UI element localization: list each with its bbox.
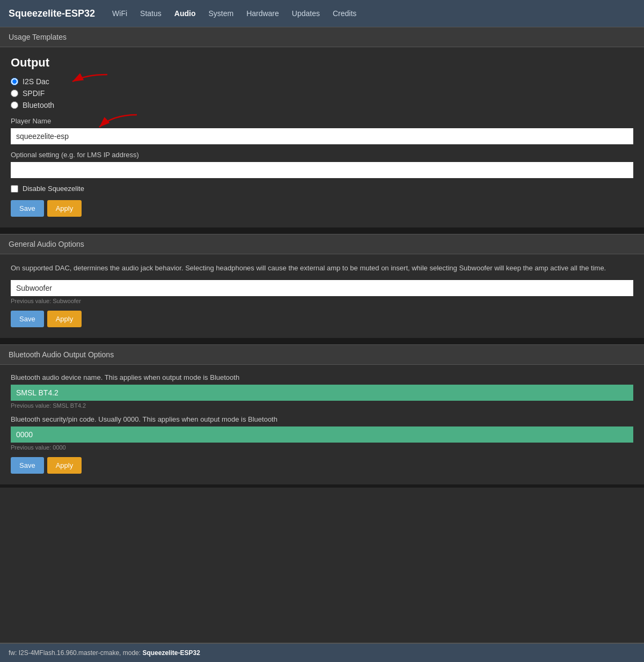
- nav-audio[interactable]: Audio: [173, 7, 197, 20]
- footer-mode-label: mode:: [123, 649, 143, 657]
- output-radio-group: I2S Dac SPDIF Bluetooth: [11, 77, 633, 109]
- output-save-button[interactable]: Save: [11, 200, 44, 217]
- app-brand: Squeezelite-ESP32: [9, 8, 95, 19]
- radio-spdif[interactable]: SPDIF: [11, 89, 633, 98]
- player-name-group: Player Name: [11, 117, 633, 144]
- radio-i2s-label: I2S Dac: [23, 77, 49, 86]
- main-content: Output I2S Dac SPDIF: [0, 47, 644, 643]
- disable-squeezelite-checkbox[interactable]: [11, 185, 18, 193]
- bt-pin-group: Bluetooth security/pin code. Usually 000…: [11, 415, 633, 451]
- output-button-group: Save Apply: [11, 200, 633, 217]
- player-name-wrapper: [11, 128, 633, 144]
- jack-behavior-previous: Previous value: Subwoofer: [11, 298, 633, 304]
- general-audio-label: General Audio Options: [9, 240, 84, 248]
- nav-hardware[interactable]: Hardware: [245, 7, 280, 20]
- optional-setting-input[interactable]: [11, 162, 633, 178]
- optional-setting-group: Optional setting (e.g. for LMS IP addres…: [11, 151, 633, 178]
- general-audio-apply-button[interactable]: Apply: [47, 311, 82, 327]
- radio-bluetooth-label: Bluetooth: [23, 101, 54, 109]
- bt-device-name-label: Bluetooth audio device name. This applie…: [11, 373, 633, 381]
- nav-credits[interactable]: Credits: [332, 7, 357, 20]
- nav-system[interactable]: System: [207, 7, 235, 20]
- disable-squeezelite-group: Disable Squeezelite: [11, 185, 633, 193]
- footer-fw-value: I2S-4MFlash.16.960.master-cmake,: [19, 649, 123, 657]
- player-name-label: Player Name: [11, 117, 633, 125]
- radio-spdif-input[interactable]: [11, 90, 18, 97]
- usage-templates-header: Usage Templates: [0, 27, 644, 47]
- general-audio-description: On supported DAC, determines the audio j…: [11, 263, 633, 274]
- bt-device-name-previous: Previous value: SMSL BT4.2: [11, 402, 633, 409]
- bluetooth-audio-label: Bluetooth Audio Output Options: [9, 350, 114, 359]
- nav-updates[interactable]: Updates: [291, 7, 321, 20]
- bluetooth-button-group: Save Apply: [11, 457, 633, 474]
- disable-squeezelite-label: Disable Squeezelite: [23, 185, 84, 193]
- radio-i2s[interactable]: I2S Dac: [11, 77, 633, 86]
- output-card: Output I2S Dac SPDIF: [0, 47, 644, 231]
- optional-setting-label: Optional setting (e.g. for LMS IP addres…: [11, 151, 633, 159]
- radio-bluetooth-input[interactable]: [11, 101, 18, 109]
- bluetooth-audio-header: Bluetooth Audio Output Options: [0, 344, 644, 365]
- bt-pin-label: Bluetooth security/pin code. Usually 000…: [11, 415, 633, 423]
- bt-device-name-input[interactable]: [11, 385, 633, 401]
- jack-behavior-group: Previous value: Subwoofer: [11, 280, 633, 304]
- general-audio-header: General Audio Options: [0, 234, 644, 254]
- output-title: Output: [11, 56, 633, 70]
- bt-pin-previous: Previous value: 0000: [11, 444, 633, 451]
- radio-i2s-input[interactable]: [11, 78, 18, 85]
- footer-mode-value: Squeezelite-ESP32: [142, 649, 200, 657]
- footer: fw: I2S-4MFlash.16.960.master-cmake, mod…: [0, 643, 644, 662]
- jack-behavior-input[interactable]: [11, 280, 633, 296]
- nav-wifi[interactable]: WiFi: [111, 7, 128, 20]
- bluetooth-card: Bluetooth audio device name. This applie…: [0, 365, 644, 488]
- radio-spdif-label: SPDIF: [23, 89, 45, 98]
- general-audio-save-button[interactable]: Save: [11, 311, 44, 327]
- usage-templates-label: Usage Templates: [9, 33, 67, 41]
- bluetooth-save-button[interactable]: Save: [11, 457, 44, 474]
- output-apply-button[interactable]: Apply: [47, 200, 82, 217]
- footer-fw-label: fw:: [9, 649, 19, 657]
- player-name-input[interactable]: [11, 128, 633, 144]
- general-audio-button-group: Save Apply: [11, 311, 633, 327]
- bluetooth-apply-button[interactable]: Apply: [47, 457, 82, 474]
- bt-pin-input[interactable]: [11, 426, 633, 443]
- general-audio-card: On supported DAC, determines the audio j…: [0, 254, 644, 341]
- navbar: Squeezelite-ESP32 WiFi Status Audio Syst…: [0, 0, 644, 27]
- bt-device-name-group: Bluetooth audio device name. This applie…: [11, 373, 633, 409]
- radio-bluetooth[interactable]: Bluetooth: [11, 101, 633, 109]
- nav-status[interactable]: Status: [139, 7, 163, 20]
